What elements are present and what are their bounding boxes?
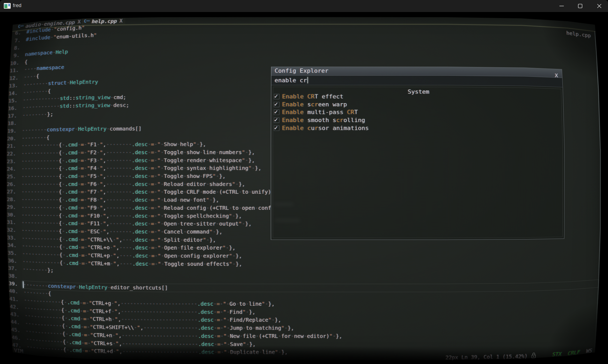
cpp-plusplus: ++ [86, 19, 90, 22]
tab-close-icon[interactable]: X [123, 12, 127, 17]
line-number: 27. [0, 190, 7, 198]
tab-help[interactable]: C++ help.cpp X [73, 12, 118, 16]
tab-help[interactable]: C++ help.cpp X [73, 12, 119, 19]
tab-help[interactable]: C++ help.cpp X [71, 12, 117, 15]
file-flags[interactable]: STX CRLF WS [569, 359, 608, 364]
tab-close-icon[interactable]: X [124, 12, 128, 17]
flag-ws[interactable]: WS [598, 361, 608, 364]
flag-ws[interactable]: WS [595, 360, 608, 364]
tab-audio-engine[interactable]: C++ audio-engine.cpp X [0, 12, 71, 15]
code-token: ···· [0, 39, 3, 47]
checkbox[interactable]: ✓ [274, 110, 279, 115]
tab-close-icon[interactable]: X [68, 12, 71, 15]
flag-ws[interactable]: WS [595, 357, 608, 364]
code-line-6[interactable]: 6.#include·"config.h" [0, 12, 608, 14]
line-number: 34. [7, 241, 17, 250]
code-token: " [74, 362, 77, 364]
tab-audio-engine[interactable]: C++ audio-engine.cpp X [0, 12, 73, 19]
code-token: · [4, 349, 9, 356]
file-flags[interactable]: STX CRLF WS [565, 359, 608, 364]
tab-audio-engine[interactable]: C++ audio-engine.cpp X [4, 12, 73, 19]
flag-stx[interactable]: STX [552, 351, 562, 357]
flag-ws[interactable]: WS [595, 361, 608, 364]
file-flags[interactable]: STX CRLF WS [564, 360, 608, 364]
file-flags[interactable]: STX CRLF WS [564, 360, 608, 364]
tab-audio-engine[interactable]: C++ audio-engine.cpp X [0, 12, 73, 18]
flag-ws[interactable]: WS [597, 359, 608, 364]
tab-audio-engine[interactable]: C++ audio-engine.cpp X [3, 12, 73, 17]
close-button[interactable] [591, 0, 607, 12]
checkbox[interactable]: ✓ [274, 94, 279, 99]
tab-help[interactable]: C++ help.cpp X [73, 12, 118, 15]
flag-ws[interactable]: WS [601, 359, 608, 364]
flag-ws[interactable]: WS [580, 347, 592, 355]
code-token: { [45, 360, 49, 364]
tab-audio-engine[interactable]: C++ audio-engine.cpp X [0, 12, 71, 14]
code-token: " [0, 187, 5, 195]
checkbox[interactable]: ✓ [274, 117, 279, 123]
tab-audio-engine[interactable]: C++ audio-engine.cpp X [4, 12, 74, 20]
tab-help[interactable]: C++ help.cpp X [82, 18, 125, 25]
tab-close-icon[interactable]: X [125, 12, 128, 16]
flag-crlf[interactable]: CRLF [580, 359, 601, 364]
tab-close-icon[interactable]: X [67, 12, 70, 18]
checkbox[interactable]: ✓ [274, 102, 279, 107]
code-token: · [148, 197, 151, 203]
minimize-button[interactable] [553, 0, 570, 12]
code-line-8[interactable]: 8. [0, 12, 608, 18]
code-line-6[interactable]: 6.#include·"config.h" [0, 12, 608, 13]
tab-close-icon[interactable]: X [111, 12, 115, 14]
code-token: · [1, 264, 6, 272]
maximize-button[interactable] [572, 0, 588, 12]
tab-close-icon[interactable]: X [111, 12, 114, 14]
file-flags[interactable]: STX CRLF WS [568, 362, 608, 364]
tab-close-icon[interactable]: X [77, 19, 81, 25]
tab-close-icon[interactable]: X [68, 12, 71, 15]
tab-close-icon[interactable]: X [67, 12, 71, 18]
tab-close-icon[interactable]: X [67, 12, 71, 17]
window-titlebar[interactable]: fred [0, 0, 608, 12]
code-line-6[interactable]: 6.#include·"config.h" [0, 12, 608, 15]
tab-close-icon[interactable]: X [113, 12, 116, 18]
flag-ws[interactable]: WS [598, 362, 608, 364]
tab-close-icon[interactable]: X [66, 12, 69, 14]
flag-ws[interactable]: WS [596, 357, 608, 364]
checkbox[interactable]: ✓ [274, 125, 279, 131]
code-token: .cmd [65, 181, 77, 187]
flag-stx[interactable]: STX [564, 360, 575, 364]
tab-help[interactable]: C++ help.cpp X [71, 12, 117, 14]
tab-close-icon[interactable]: X [113, 12, 116, 18]
line-number: 34. [0, 252, 5, 260]
flag-stx[interactable]: STX [564, 360, 575, 364]
tab-close-icon[interactable]: X [63, 12, 67, 16]
panel-title[interactable]: Config Explorer [327, 12, 608, 13]
line-number: 46. [0, 345, 4, 354]
flag-crlf[interactable]: CRLF [575, 360, 596, 364]
tab-close-icon[interactable]: X [119, 18, 123, 23]
flag-stx[interactable]: STX [569, 359, 580, 364]
tab-close-icon[interactable]: X [121, 12, 125, 15]
tab-close-icon[interactable]: X [112, 13, 115, 19]
code-line-6[interactable]: 6.#include·"config.h" [0, 12, 608, 14]
flag-crlf[interactable]: CRLF [575, 360, 596, 364]
code-token: " [223, 309, 226, 315]
code-line-6[interactable]: 6.#include·"config.h" [0, 12, 608, 15]
tab-audio-engine[interactable]: C++ audio-engine.cpp X [0, 12, 68, 17]
code-line-8[interactable]: 8. [0, 12, 608, 18]
code-line-6[interactable]: 6.#include·"config.h" [0, 12, 608, 13]
tab-audio-engine[interactable]: C++ audio-engine.cpp X [0, 12, 71, 19]
code-token: · [193, 245, 196, 251]
tab-close-icon[interactable]: X [109, 12, 112, 17]
tab-help[interactable]: C++ help.cpp X [68, 12, 116, 17]
file-flags[interactable]: STX CRLF WS [569, 361, 608, 364]
tab-close-icon[interactable]: X [65, 12, 69, 14]
text-cursor [7, 291, 9, 298]
tab-close-icon[interactable]: X [110, 12, 114, 14]
flag-crlf[interactable]: CRLF [576, 359, 597, 364]
line-number: 20. [0, 118, 6, 127]
flag-crlf[interactable]: CRLF [576, 357, 596, 364]
code-token: config.h [34, 12, 62, 15]
code-token: ············ [0, 360, 41, 364]
panel-close-icon[interactable]: X [555, 72, 558, 78]
flag-crlf[interactable]: CRLF [579, 362, 598, 364]
